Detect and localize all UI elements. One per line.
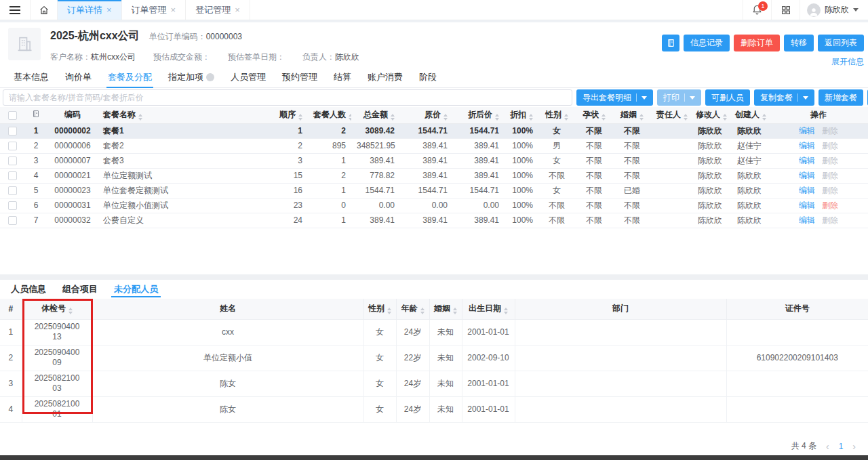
column-header[interactable]: 孕状 [575,107,613,123]
toolbar-button[interactable]: 可删人员 [705,89,750,106]
table-row[interactable]: 1202509040013cxx女24岁未知2001-01-01 [0,319,868,345]
back-to-list-button[interactable]: 返回列表 [818,35,864,51]
sort-icon[interactable] [349,114,351,121]
delete-link[interactable]: 删除 [822,171,838,180]
edit-link[interactable]: 编辑 [799,171,815,180]
sort-icon[interactable] [391,114,395,121]
delete-order-button[interactable]: 删除订单 [734,35,780,51]
sort-icon[interactable] [723,114,727,121]
column-header[interactable]: 总金额 [351,107,400,123]
home-icon[interactable] [30,0,57,20]
row-checkbox[interactable] [8,156,17,165]
delete-link[interactable]: 删除 [822,186,838,195]
sort-icon[interactable] [495,114,499,121]
table-row[interactable]: 300000007套餐331389.41389.41389.41100%女不限不… [0,153,868,168]
detail-tab[interactable]: 账户消费 [359,67,411,87]
column-header[interactable]: 原价 [400,107,453,123]
delete-link[interactable]: 删除 [822,126,838,135]
sort-icon[interactable] [529,114,533,121]
apps-grid-icon[interactable] [771,0,800,20]
table-row[interactable]: 3202508210003陈女女24岁未知2001-01-01 [0,371,868,396]
sort-icon[interactable] [564,114,568,121]
package-search-input[interactable] [3,89,572,106]
column-header[interactable]: 创建人 [730,107,769,123]
sort-icon[interactable] [639,114,644,121]
column-header[interactable]: 折后价 [453,107,505,123]
sort-icon[interactable] [443,114,448,121]
edit-link[interactable]: 编辑 [799,126,815,135]
tab-close-icon[interactable]: × [235,5,240,15]
column-header[interactable]: 套餐人数 [308,107,351,123]
sort-icon[interactable] [684,114,688,121]
edit-link[interactable]: 编辑 [799,141,815,150]
topbar-tab[interactable]: 登记管理× [186,0,250,20]
column-header[interactable]: 性别 [363,299,396,319]
row-checkbox[interactable] [8,171,17,180]
table-row[interactable]: 400000021单位定额测试152778.82389.41389.41100%… [0,168,868,183]
column-header[interactable]: 修改人 [690,107,730,123]
toolbar-button[interactable]: 导出套餐明细 [576,89,653,106]
table-row[interactable]: 500000023单位套餐定额测试1611544.711544.711544.7… [0,183,868,198]
column-header[interactable]: 婚姻 [429,299,462,319]
topbar-tab[interactable]: 订单管理× [122,0,186,20]
row-checkbox[interactable] [8,216,17,225]
current-page[interactable]: 1 [839,442,844,451]
detail-tab[interactable]: 套餐及分配 [100,67,160,87]
table-row[interactable]: 2202509040009单位定额小值女22岁未知2002-09-1061090… [0,345,868,371]
tab-close-icon[interactable]: × [171,5,176,15]
transfer-button[interactable]: 转移 [784,35,814,51]
detail-tab[interactable]: 指定加项 [160,67,222,87]
table-row[interactable]: 700000032公费自定义241389.41389.41389.41100%不… [0,213,868,228]
delete-link[interactable]: 删除 [822,201,838,210]
delete-link[interactable]: 删除 [822,141,838,150]
topbar-tab[interactable]: 订单详情× [57,0,122,20]
detail-tab[interactable]: 结算 [326,67,359,87]
sort-icon[interactable] [298,114,302,121]
table-row[interactable]: 200000006套餐22895348521.95389.41389.41100… [0,138,868,153]
next-page-icon[interactable]: › [852,442,856,451]
people-tab[interactable]: 组合项目 [54,280,106,299]
sort-icon[interactable] [504,308,508,314]
column-header[interactable]: 性别 [538,107,575,123]
column-header[interactable]: 年龄 [396,299,429,319]
column-header[interactable]: 婚姻 [613,107,651,123]
detail-tab[interactable]: 基本信息 [5,67,57,87]
table-row[interactable]: 4202508210001陈女女24岁未知2001-01-01 [0,396,868,422]
expand-info-link[interactable]: 展开信息 [831,56,864,68]
people-tab[interactable]: 未分配人员 [106,280,166,299]
notification-bell-icon[interactable]: 1 [743,0,771,20]
row-checkbox[interactable] [8,201,17,210]
column-header[interactable]: 出生日期 [462,299,515,319]
edit-link[interactable]: 编辑 [799,201,815,210]
sort-icon[interactable] [601,114,606,121]
sort-icon[interactable] [453,308,457,314]
detail-tab[interactable]: 预约管理 [274,67,326,87]
record-icon-button[interactable] [662,35,679,51]
sort-icon[interactable] [68,308,73,314]
column-header[interactable]: 顺序 [271,107,308,123]
tab-close-icon[interactable]: × [106,5,112,15]
toolbar-button[interactable]: 新增套餐 [818,89,863,106]
column-header[interactable]: 套餐名称 [98,107,271,123]
select-all-checkbox[interactable] [8,111,17,120]
detail-tab[interactable]: 询价单 [57,67,100,87]
toolbar-button[interactable]: 复制套餐 [754,89,814,106]
sort-icon[interactable] [387,308,391,314]
row-checkbox[interactable] [8,186,17,195]
sort-icon[interactable] [762,114,766,121]
toolbar-button[interactable]: 打印 [657,89,701,106]
detail-tab[interactable]: 人员管理 [222,67,274,87]
detail-tab[interactable]: 阶段 [411,67,445,87]
edit-link[interactable]: 编辑 [799,215,815,225]
edit-link[interactable]: 编辑 [799,186,815,195]
column-header[interactable]: 折扣 [505,107,538,123]
delete-link[interactable]: 删除 [822,156,838,165]
row-checkbox[interactable] [8,142,17,150]
sort-icon[interactable] [420,308,425,314]
edit-link[interactable]: 编辑 [799,156,815,165]
user-menu[interactable]: 陈欣欣 [800,0,868,20]
table-row[interactable]: 100000002套餐1123089.421544.711544.71100%女… [0,123,868,138]
table-row[interactable]: 600000031单位定额小值测试2300.000.000.00100%不限不限… [0,198,868,213]
delete-link[interactable]: 删除 [822,215,838,225]
column-header[interactable]: 体检号 [22,299,92,319]
